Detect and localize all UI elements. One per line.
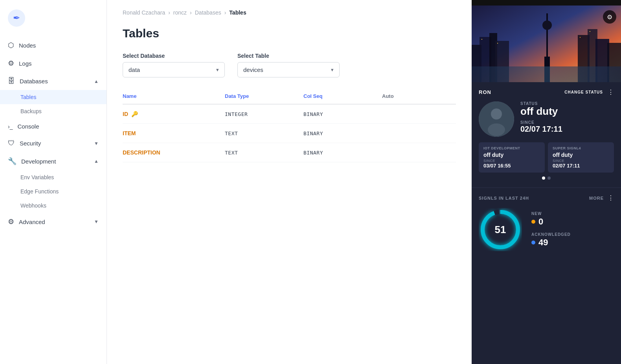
main-content: Ronald Czachara › roncz › Databases › Ta…	[107, 0, 472, 364]
cell-datatype-description: TEXT	[225, 150, 303, 156]
databases-icon: 🗄	[8, 77, 15, 85]
env-variables-label: Env Variables	[20, 174, 54, 180]
sidebar-sub-item-env-variables[interactable]: Env Variables	[0, 170, 107, 184]
gear-button[interactable]: ⚙	[603, 10, 616, 24]
status-value: off duty	[520, 106, 614, 117]
status-card-header: RON CHANGE STATUS ⋮	[479, 88, 614, 96]
svg-rect-12	[472, 66, 621, 82]
backups-label: Backups	[20, 108, 42, 114]
col-header-colseq[interactable]: Col Seq	[303, 93, 382, 99]
pagination-dot-1[interactable]	[542, 176, 545, 180]
col-header-datatype[interactable]: Data Type	[225, 93, 303, 99]
cell-colseq-description: BINARY	[303, 150, 382, 156]
sub-status-iot-since-value: 03/07 16:55	[483, 163, 540, 169]
select-database-group: Select Database data ▾	[123, 53, 225, 77]
sidebar-sub-item-webhooks[interactable]: Webhooks	[0, 199, 107, 213]
pagination-dots	[479, 173, 614, 181]
status-card-actions: CHANGE STATUS ⋮	[564, 88, 614, 96]
sub-status-iot-since-label: SINCE	[483, 159, 540, 163]
console-icon: ›_	[8, 123, 13, 130]
cell-name-description: DESCRIPTION	[123, 149, 225, 156]
stat-row-acknowledged: ACKNOWLEDGED 49	[531, 232, 571, 248]
row-description-name: DESCRIPTION	[123, 149, 160, 156]
select-table-chevron-icon: ▾	[331, 67, 334, 73]
sub-status-super-since-value: 02/07 17:11	[553, 163, 609, 169]
webhooks-label: Webhooks	[20, 202, 46, 209]
select-table-label: Select Table	[237, 53, 340, 59]
sidebar-sub-item-edge-functions[interactable]: Edge Functions	[0, 184, 107, 199]
key-icon: 🔑	[131, 111, 138, 117]
right-panel: ⚙ RON CHANGE STATUS ⋮ STATUS off	[472, 0, 621, 364]
stat-acknowledged-label: ACKNOWLEDGED	[531, 232, 571, 237]
breadcrumb-section: Databases	[195, 9, 221, 16]
pagination-dot-2[interactable]	[548, 176, 551, 180]
sidebar-item-development[interactable]: 🔧 Development ▲	[0, 152, 107, 170]
sidebar-item-nodes[interactable]: ⬡ Nodes	[0, 36, 107, 54]
sidebar: ✒ ⬡ Nodes ⚙ Logs 🗄 Databases ▲ Tables Ba…	[0, 0, 107, 364]
svg-rect-14	[497, 43, 498, 44]
sub-status-super-since-label: SINCE	[553, 159, 609, 163]
stat-acknowledged-value-row: 49	[531, 237, 571, 248]
row-item-name: ITEM	[123, 130, 136, 136]
status-card: RON CHANGE STATUS ⋮ STATUS off duty SINC…	[472, 82, 621, 188]
sidebar-item-console-label: Console	[17, 123, 39, 130]
sub-status-iot-value: off duty	[483, 152, 540, 158]
breadcrumb-sep-3: ›	[224, 9, 226, 16]
avatar	[479, 101, 514, 137]
svg-rect-16	[590, 31, 590, 32]
phone-top-bar	[472, 0, 621, 6]
edge-functions-label: Edge Functions	[20, 188, 59, 195]
signals-card: SIGNLS IN LAST 24H MORE ⋮ 51 NEW	[472, 188, 621, 364]
sidebar-item-nodes-label: Nodes	[19, 42, 36, 49]
signals-actions: MORE ⋮	[589, 194, 614, 202]
change-status-button[interactable]: CHANGE STATUS	[564, 90, 603, 94]
svg-rect-15	[580, 37, 581, 38]
cell-datatype-id: INTEGER	[225, 111, 303, 117]
sidebar-item-databases[interactable]: 🗄 Databases ▲	[0, 72, 107, 90]
sidebar-logo: ✒	[0, 6, 107, 36]
sidebar-item-security-label: Security	[20, 140, 41, 147]
cell-name-item: ITEM	[123, 130, 225, 136]
signals-three-dots-menu[interactable]: ⋮	[608, 194, 614, 202]
svg-point-18	[491, 108, 502, 119]
tables-label: Tables	[20, 94, 36, 100]
stat-acknowledged-count: 49	[538, 237, 548, 248]
breadcrumb-sep-1: ›	[168, 9, 170, 16]
stat-row-new: NEW 0	[531, 211, 571, 227]
gear-icon: ⚙	[607, 13, 612, 21]
logo-button[interactable]: ✒	[8, 9, 25, 27]
select-table-value: devices	[243, 66, 263, 73]
select-database-dropdown[interactable]: data ▾	[123, 62, 225, 77]
status-info: STATUS off duty SINCE 02/07 17:11	[520, 101, 614, 134]
cell-colseq-id: BINARY	[303, 111, 382, 117]
since-label: SINCE	[520, 120, 614, 125]
signals-header: SIGNLS IN LAST 24H MORE ⋮	[479, 194, 614, 202]
sidebar-sub-item-tables[interactable]: Tables	[0, 90, 107, 104]
sidebar-sub-item-backups[interactable]: Backups	[0, 104, 107, 118]
sidebar-item-logs-label: Logs	[19, 60, 32, 67]
select-database-chevron-icon: ▾	[216, 67, 219, 73]
logs-icon: ⚙	[8, 59, 14, 68]
signals-count: 51	[495, 224, 506, 236]
sidebar-item-console[interactable]: ›_ Console	[0, 118, 107, 134]
development-chevron-icon: ▲	[94, 158, 99, 164]
select-table-dropdown[interactable]: devices ▾	[237, 62, 340, 77]
sidebar-item-advanced[interactable]: ⚙ Advanced ▼	[0, 213, 107, 231]
sidebar-item-security[interactable]: 🛡 Security ▼	[0, 134, 107, 152]
cell-name-id: ID 🔑	[123, 111, 225, 117]
since-value: 02/07 17:11	[520, 125, 614, 134]
user-name: RON	[479, 89, 491, 95]
more-button[interactable]: MORE	[589, 196, 604, 200]
filter-row: Select Database data ▾ Select Table devi…	[123, 53, 456, 77]
signals-title: SIGNLS IN LAST 24H	[479, 196, 529, 200]
breadcrumb-project: roncz	[173, 9, 187, 16]
sub-status-iot: IOT DEVELOPMENT off duty SINCE 03/07 16:…	[479, 142, 545, 173]
sidebar-item-advanced-label: Advanced	[19, 219, 45, 225]
sub-status-super-label: SUPER SIGNL4	[553, 146, 609, 150]
sub-status-iot-label: IOT DEVELOPMENT	[483, 146, 540, 150]
cell-datatype-item: TEXT	[225, 131, 303, 136]
logo-icon: ✒	[13, 13, 20, 23]
col-header-name[interactable]: Name	[123, 93, 225, 99]
sidebar-item-logs[interactable]: ⚙ Logs	[0, 54, 107, 72]
three-dots-menu[interactable]: ⋮	[608, 88, 614, 96]
